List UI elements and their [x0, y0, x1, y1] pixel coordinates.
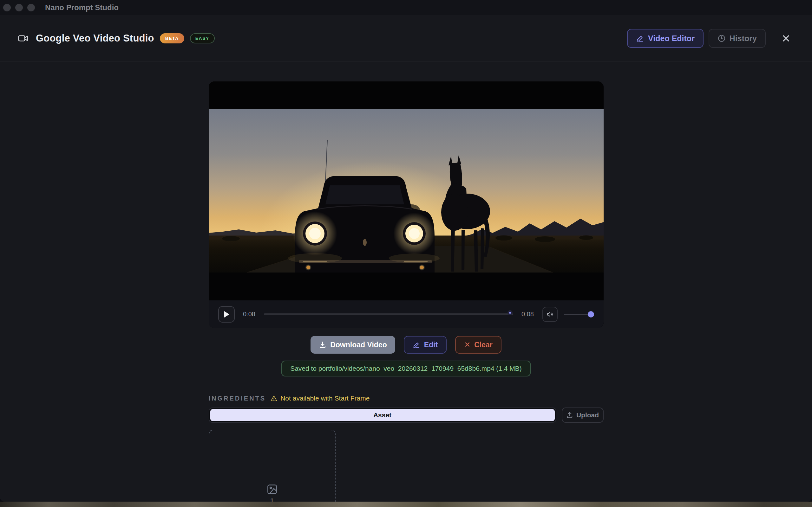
ingredients-warning: Not available with Start Frame: [270, 395, 369, 402]
play-button[interactable]: [218, 306, 235, 323]
volume-slider[interactable]: [564, 311, 594, 318]
page-title: Google Veo Video Studio: [36, 33, 154, 44]
video-editor-button[interactable]: Video Editor: [627, 29, 704, 48]
download-icon: [319, 341, 326, 349]
warning-icon: [270, 395, 277, 402]
ingredient-tabs: Asset: [209, 407, 556, 423]
header: Google Veo Video Studio BETA EASY Video …: [0, 15, 812, 62]
download-label: Download Video: [330, 341, 387, 349]
ingredients-warning-text: Not available with Start Frame: [281, 395, 369, 402]
video-camera-icon: [17, 33, 29, 44]
edit-label: Edit: [424, 341, 438, 349]
clear-label: Clear: [474, 341, 493, 349]
download-video-button[interactable]: Download Video: [310, 336, 395, 354]
minimize-traffic-light[interactable]: [15, 4, 23, 11]
traffic-lights: [3, 4, 35, 11]
duration: 0:08: [519, 311, 536, 318]
video-player: 0:08 0:08: [209, 81, 604, 328]
player-controls: 0:08 0:08: [209, 300, 604, 328]
video-frame[interactable]: [209, 81, 604, 300]
x-icon: ✕: [464, 340, 470, 349]
app-title: Nano Prompt Studio: [45, 3, 119, 12]
slot-count: 1: [270, 497, 274, 502]
mute-button[interactable]: [542, 307, 558, 322]
upload-icon: [566, 412, 573, 418]
progress-slider[interactable]: [264, 310, 513, 319]
edit-pen-icon: [413, 341, 420, 349]
titlebar: Nano Prompt Studio: [0, 0, 812, 15]
speaker-icon: [546, 311, 554, 318]
upload-label: Upload: [576, 411, 599, 419]
save-status: Saved to portfolio/videos/nano_veo_20260…: [281, 360, 531, 377]
close-button[interactable]: [779, 32, 793, 45]
ingredients-section: INGREDIENTS Not available with Start Fra…: [209, 395, 604, 502]
upload-button[interactable]: Upload: [562, 407, 604, 423]
close-traffic-light[interactable]: [3, 4, 11, 11]
background-photo: [0, 502, 812, 507]
asset-tab[interactable]: Asset: [210, 409, 555, 421]
edit-button[interactable]: Edit: [404, 336, 447, 354]
clock-icon: [717, 34, 726, 43]
ingredients-label: INGREDIENTS: [209, 395, 266, 402]
ingredient-slot[interactable]: 1: [209, 430, 336, 502]
close-icon: [781, 34, 791, 43]
history-button[interactable]: History: [709, 29, 766, 48]
history-label: History: [729, 34, 757, 43]
zoom-traffic-light[interactable]: [27, 4, 35, 11]
clear-button[interactable]: ✕ Clear: [455, 336, 502, 354]
progress-track[interactable]: [264, 314, 513, 315]
progress-thumb[interactable]: [507, 310, 513, 315]
nano-prompt-studio-window: Nano Prompt Studio Google Veo Video Stud…: [0, 0, 812, 502]
pen-icon: [636, 34, 644, 43]
video-editor-label: Video Editor: [648, 34, 695, 43]
image-icon: [266, 484, 278, 495]
easy-badge: EASY: [190, 33, 215, 43]
volume-thumb[interactable]: [588, 311, 594, 318]
beta-badge: BETA: [160, 33, 184, 43]
video-scene: [209, 109, 604, 273]
play-icon: [223, 311, 230, 318]
action-buttons: Download Video Edit ✕ Clear: [0, 336, 812, 354]
current-time: 0:08: [241, 311, 258, 318]
